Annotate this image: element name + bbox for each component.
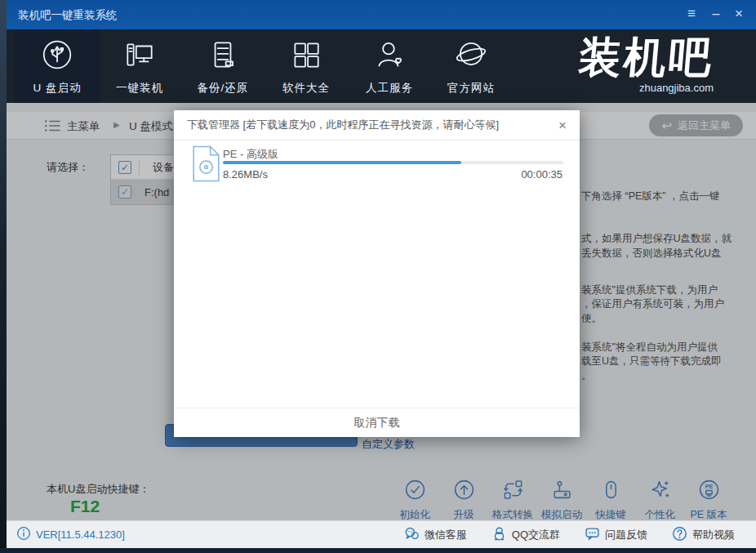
download-progress-bar [223,161,563,164]
nav-item-software-collection[interactable]: 软件大全 [264,29,349,103]
status-bar: VER[11.5.44.1230] 微信客服 QQ交流群 问题反馈 [7,520,756,548]
qq-icon [491,526,507,544]
nav-item-label: U 盘启动 [33,81,82,96]
version-text: VER[11.5.44.1230] [36,528,125,541]
wechat-support-link[interactable]: 微信客服 [404,526,467,544]
status-link-label: 帮助视频 [692,528,735,542]
backup-restore-icon [206,38,240,75]
menu-icon[interactable]: ≡ [679,0,704,29]
wechat-icon [404,526,420,544]
nav-item-label: 备份/还原 [198,81,249,96]
status-link-label: 问题反馈 [605,528,647,542]
brand-logo-text: 装机吧 [576,33,715,82]
titlebar: 装机吧一键重装系统 ≡ – × [7,0,756,29]
feedback-link[interactable]: 问题反馈 [585,526,647,544]
status-links: 微信客服 QQ交流群 问题反馈 帮助视频 [404,526,735,544]
dialog-header: 下载管理器 [若下载速度为0，此时程序正在寻找资源，请耐心等候] × [174,110,580,140]
desktop-background-edge [0,0,7,553]
main-nav: U 盘启动 一键装机 备份/还原 软件大全 人工服务 [7,29,756,103]
download-progress-fill [223,161,461,164]
minimize-icon[interactable]: – [704,0,728,29]
download-item-name: PE - 高级版 [223,147,278,162]
help-question-icon [672,526,687,544]
usb-icon [40,38,74,75]
nav-item-backup-restore[interactable]: 备份/还原 [180,29,265,103]
status-link-label: QQ交流群 [512,528,560,542]
feedback-bubble-icon [585,526,600,544]
disc-file-icon [191,145,221,185]
download-elapsed-time: 00:00:35 [521,168,563,181]
help-video-link[interactable]: 帮助视频 [672,526,735,544]
info-icon [16,526,31,543]
nav-item-label: 官方网站 [447,81,495,96]
taskbar-edge [0,548,756,553]
app-window: 装机吧一键重装系统 ≡ – × U 盘启动 一键装机 备份/还原 [0,0,756,553]
status-link-label: 微信客服 [425,528,467,542]
nav-item-label: 软件大全 [282,81,330,96]
window-title: 装机吧一键重装系统 [18,8,118,23]
computer-icon [122,38,157,75]
brand-logo: 装机吧 zhuangjiba.com [579,33,714,94]
dialog-close-icon[interactable]: × [558,118,567,132]
dialog-title: 下载管理器 [若下载速度为0，此时程序正在寻找资源，请耐心等候] [187,118,499,132]
cancel-download-button[interactable]: 取消下载 [354,416,400,430]
nav-item-human-service[interactable]: 人工服务 [347,29,432,103]
nav-item-usb-boot[interactable]: U 盘启动 [15,29,100,103]
nav-item-official-site[interactable]: 官方网站 [429,29,514,103]
nav-item-label: 人工服务 [366,81,413,96]
nav-item-label: 一键装机 [116,81,163,96]
download-speed: 8.26MB/s [223,168,268,181]
brand-domain: zhuangjiba.com [579,82,714,94]
qq-group-link[interactable]: QQ交流群 [491,526,560,544]
dialog-footer: 取消下载 [174,408,580,437]
download-manager-dialog: 下载管理器 [若下载速度为0，此时程序正在寻找资源，请耐心等候] × PE - … [174,110,580,437]
official-site-globe-icon [454,38,488,75]
apps-grid-icon [289,38,323,75]
version-info: VER[11.5.44.1230] [16,526,125,543]
support-person-icon [372,38,407,75]
close-icon[interactable]: × [727,0,751,29]
nav-item-one-key-install[interactable]: 一键装机 [97,29,182,103]
